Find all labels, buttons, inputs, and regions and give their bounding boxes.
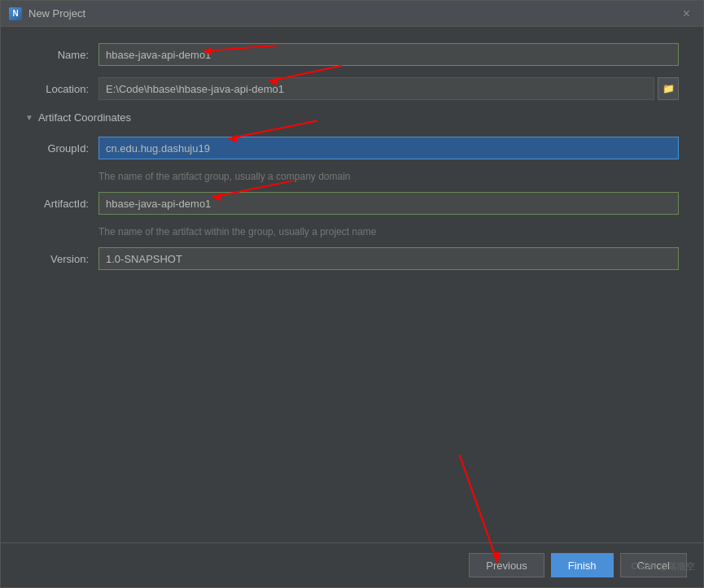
groupid-row: GroupId: bbox=[25, 137, 679, 159]
groupid-input[interactable] bbox=[98, 137, 679, 159]
dialog-content: Name: Location: 📁 ▼ Artifact Coordinates… bbox=[1, 27, 703, 542]
name-row: Name: bbox=[25, 43, 679, 66]
location-input[interactable] bbox=[98, 77, 654, 100]
watermark: CSDN @落痕空 bbox=[632, 560, 695, 573]
finish-button[interactable]: Finish bbox=[551, 553, 614, 577]
location-row: Location: 📁 bbox=[25, 77, 679, 100]
version-row: Version: bbox=[25, 247, 679, 270]
groupid-hint: The name of the artifact group, usually … bbox=[98, 171, 679, 182]
artifact-section-content: GroupId: The name of the artifact group,… bbox=[25, 137, 679, 270]
folder-icon: 📁 bbox=[662, 83, 675, 94]
location-wrapper: 📁 bbox=[98, 77, 679, 100]
artifactid-input[interactable] bbox=[98, 192, 679, 215]
browse-folder-button[interactable]: 📁 bbox=[658, 77, 679, 100]
location-label: Location: bbox=[25, 83, 98, 95]
title-bar: N New Project × bbox=[1, 1, 703, 27]
version-input[interactable] bbox=[98, 247, 679, 270]
app-icon: N bbox=[9, 7, 22, 20]
window-title: New Project bbox=[28, 7, 85, 20]
artifact-section-title: Artifact Coordinates bbox=[38, 111, 131, 124]
groupid-label: GroupId: bbox=[25, 142, 98, 155]
collapse-arrow-icon[interactable]: ▼ bbox=[25, 113, 33, 122]
artifactid-label: ArtifactId: bbox=[25, 198, 98, 210]
version-label: Version: bbox=[25, 253, 98, 265]
close-button[interactable]: × bbox=[678, 6, 695, 22]
new-project-dialog: N New Project × Name: Location: 📁 ▼ Arti… bbox=[0, 0, 704, 588]
artifact-section-header: ▼ Artifact Coordinates bbox=[25, 111, 679, 124]
artifactid-row: ArtifactId: bbox=[25, 192, 679, 215]
name-label: Name: bbox=[25, 49, 98, 61]
name-input[interactable] bbox=[98, 43, 679, 66]
artifactid-hint: The name of the artifact within the grou… bbox=[98, 226, 679, 237]
previous-button[interactable]: Previous bbox=[469, 553, 544, 577]
dialog-footer: Previous Finish Cancel bbox=[1, 542, 703, 587]
title-bar-left: N New Project bbox=[9, 7, 85, 20]
